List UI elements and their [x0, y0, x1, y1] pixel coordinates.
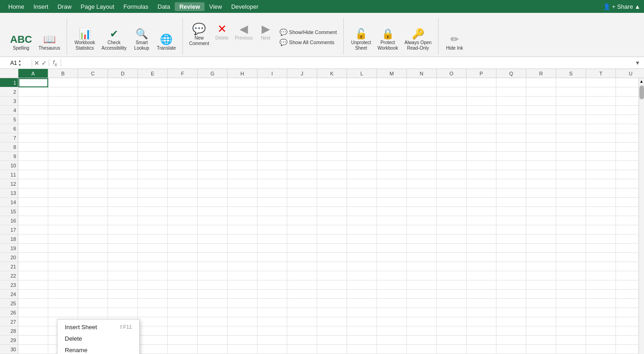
cell-E7[interactable] [138, 133, 168, 143]
cell-I7[interactable] [257, 133, 287, 143]
cell-R23[interactable] [526, 280, 556, 290]
cell-I17[interactable] [257, 225, 287, 234]
scrollbar-thumb[interactable] [639, 86, 644, 99]
cell-P7[interactable] [467, 133, 496, 143]
cell-M15[interactable] [377, 207, 407, 216]
cell-C13[interactable] [78, 188, 108, 198]
cell-O9[interactable] [437, 152, 467, 161]
cell-T10[interactable] [586, 161, 616, 170]
cell-T22[interactable] [586, 271, 616, 280]
row-num-8[interactable]: 8 [0, 143, 18, 152]
cell-O30[interactable] [437, 345, 467, 354]
cell-A16[interactable] [18, 216, 48, 225]
menu-view[interactable]: View [205, 2, 227, 11]
cell-H30[interactable] [228, 345, 257, 354]
cell-T19[interactable] [586, 244, 616, 253]
cell-Q11[interactable] [496, 170, 526, 179]
cell-L26[interactable] [347, 308, 377, 317]
cell-D25[interactable] [108, 299, 138, 308]
cell-F4[interactable] [168, 106, 198, 115]
cell-S2[interactable] [556, 87, 586, 97]
cell-F3[interactable] [168, 97, 198, 106]
cell-L29[interactable] [347, 336, 377, 345]
cell-O25[interactable] [437, 299, 467, 308]
cell-S24[interactable] [556, 290, 586, 299]
cell-J28[interactable] [287, 326, 317, 336]
cell-H12[interactable] [228, 179, 257, 188]
row-num-24[interactable]: 24 [0, 290, 18, 299]
cell-J5[interactable] [287, 115, 317, 124]
cell-U30[interactable] [616, 345, 638, 354]
cell-T2[interactable] [586, 87, 616, 97]
cell-S6[interactable] [556, 124, 586, 133]
cell-E18[interactable] [138, 234, 168, 244]
cell-C3[interactable] [78, 97, 108, 106]
cell-T26[interactable] [586, 308, 616, 317]
cell-O10[interactable] [437, 161, 467, 170]
cell-D6[interactable] [108, 124, 138, 133]
cell-D21[interactable] [108, 262, 138, 271]
cell-N9[interactable] [407, 152, 437, 161]
cell-ref-arrows[interactable]: ▲ ▼ [18, 59, 22, 67]
cell-H17[interactable] [228, 225, 257, 234]
cell-T29[interactable] [586, 336, 616, 345]
grid-area[interactable] [18, 78, 638, 354]
cell-K13[interactable] [317, 188, 347, 198]
cell-R1[interactable] [526, 78, 556, 87]
cell-H1[interactable] [228, 78, 257, 87]
cell-Q27[interactable] [496, 317, 526, 326]
cell-S18[interactable] [556, 234, 586, 244]
col-header-l[interactable]: L [347, 69, 377, 78]
cell-H3[interactable] [228, 97, 257, 106]
cell-N24[interactable] [407, 290, 437, 299]
cell-K4[interactable] [317, 106, 347, 115]
cell-R12[interactable] [526, 179, 556, 188]
cell-N19[interactable] [407, 244, 437, 253]
row-num-1[interactable]: 1 [0, 78, 18, 87]
cell-G19[interactable] [198, 244, 228, 253]
cell-A11[interactable] [18, 170, 48, 179]
cell-A15[interactable] [18, 207, 48, 216]
cell-M13[interactable] [377, 188, 407, 198]
cell-N3[interactable] [407, 97, 437, 106]
cell-L18[interactable] [347, 234, 377, 244]
cell-L10[interactable] [347, 161, 377, 170]
cell-Q21[interactable] [496, 262, 526, 271]
cell-E28[interactable] [138, 326, 168, 336]
cell-D2[interactable] [108, 87, 138, 97]
cell-U15[interactable] [616, 207, 638, 216]
cell-F28[interactable] [168, 326, 198, 336]
cell-D11[interactable] [108, 170, 138, 179]
cell-J16[interactable] [287, 216, 317, 225]
cell-U17[interactable] [616, 225, 638, 234]
cell-F10[interactable] [168, 161, 198, 170]
cell-U10[interactable] [616, 161, 638, 170]
cell-A20[interactable] [18, 253, 48, 262]
cell-B14[interactable] [48, 198, 78, 207]
cell-U27[interactable] [616, 317, 638, 326]
menu-formulas[interactable]: Formulas [119, 2, 153, 11]
cell-I24[interactable] [257, 290, 287, 299]
cell-M1[interactable] [377, 78, 407, 87]
cell-P5[interactable] [467, 115, 496, 124]
cell-T12[interactable] [586, 179, 616, 188]
cell-E22[interactable] [138, 271, 168, 280]
cell-F20[interactable] [168, 253, 198, 262]
cell-N14[interactable] [407, 198, 437, 207]
menu-data[interactable]: Data [153, 2, 175, 11]
cell-G30[interactable] [198, 345, 228, 354]
cell-N25[interactable] [407, 299, 437, 308]
col-header-s[interactable]: S [556, 69, 586, 78]
cell-K23[interactable] [317, 280, 347, 290]
row-num-14[interactable]: 14 [0, 198, 18, 207]
cell-Q24[interactable] [496, 290, 526, 299]
cell-Q1[interactable] [496, 78, 526, 87]
cell-M9[interactable] [377, 152, 407, 161]
cell-A12[interactable] [18, 179, 48, 188]
cell-B8[interactable] [48, 143, 78, 152]
cell-M5[interactable] [377, 115, 407, 124]
cell-J17[interactable] [287, 225, 317, 234]
cell-L19[interactable] [347, 244, 377, 253]
cell-L12[interactable] [347, 179, 377, 188]
cell-A17[interactable] [18, 225, 48, 234]
